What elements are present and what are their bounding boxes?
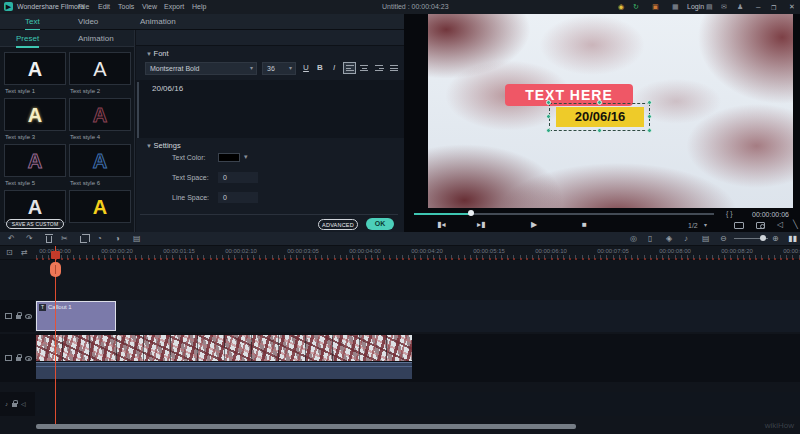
restore-button[interactable]: ❐ bbox=[771, 4, 776, 12]
stop-button[interactable]: ■ bbox=[582, 220, 587, 230]
delete-icon[interactable] bbox=[46, 236, 52, 243]
selection-handle[interactable] bbox=[647, 114, 652, 119]
font-section-header[interactable]: ▼ Font bbox=[146, 49, 169, 58]
tab-animation[interactable]: Animation bbox=[140, 17, 176, 29]
menu-edit[interactable]: Edit bbox=[98, 3, 110, 11]
selection-handle[interactable] bbox=[546, 114, 551, 119]
selection-handle[interactable] bbox=[647, 128, 652, 133]
align-left-button[interactable] bbox=[343, 62, 356, 74]
text-style-6-thumb[interactable]: A bbox=[69, 144, 131, 177]
text-content-input[interactable]: 20/06/16 bbox=[136, 80, 404, 138]
visibility-icon[interactable] bbox=[25, 356, 32, 361]
swap-icon[interactable]: ⇄ bbox=[21, 248, 28, 258]
split-icon[interactable]: ✂ bbox=[61, 234, 68, 244]
tab-video[interactable]: Video bbox=[78, 17, 98, 29]
align-right-button[interactable] bbox=[373, 62, 386, 74]
editor-scrollbar[interactable] bbox=[137, 82, 139, 138]
text-clip[interactable]: T Callout 1 bbox=[36, 301, 116, 331]
text-style-2-thumb[interactable]: A bbox=[69, 52, 131, 85]
text-style-8-thumb[interactable]: A bbox=[69, 190, 131, 223]
next-frame-button[interactable]: ▸▮ bbox=[477, 220, 485, 230]
display-icon[interactable] bbox=[734, 222, 744, 229]
menu-export[interactable]: Export bbox=[164, 3, 184, 11]
fit-timeline-icon[interactable]: ▮▮ bbox=[788, 234, 797, 244]
tab-text[interactable]: Text bbox=[25, 17, 40, 31]
zoom-out-icon[interactable]: ⊖ bbox=[720, 234, 727, 244]
mute-icon[interactable]: ◁ bbox=[777, 220, 783, 230]
chevron-down-icon[interactable]: ▾ bbox=[704, 220, 707, 230]
play-button[interactable]: ▶ bbox=[531, 220, 537, 230]
speaker-icon[interactable]: ◁ bbox=[21, 401, 26, 407]
text-style-5-thumb[interactable]: A bbox=[4, 144, 66, 177]
tab-style-animation[interactable]: Animation bbox=[78, 34, 114, 46]
settings-section-header[interactable]: ▼ Settings bbox=[146, 141, 181, 150]
align-center-button[interactable] bbox=[358, 62, 371, 74]
menu-file[interactable]: File bbox=[78, 3, 89, 11]
timeline-ruler[interactable]: ⊡ ⇄ 00:00:00:0000:00:00:2000:00:01:1500:… bbox=[0, 246, 800, 260]
undo-icon[interactable]: ↶ bbox=[8, 234, 15, 244]
playhead-ruler-marker[interactable] bbox=[51, 251, 60, 259]
quality-select[interactable]: 1/2 bbox=[688, 222, 698, 229]
ringtone-icon[interactable]: ♪ bbox=[684, 234, 688, 244]
selection-handle[interactable] bbox=[647, 100, 652, 105]
selection-handle[interactable] bbox=[597, 128, 602, 133]
video-clip[interactable] bbox=[36, 335, 412, 380]
redo-icon[interactable]: ↷ bbox=[26, 234, 33, 244]
lock-icon[interactable] bbox=[12, 403, 17, 407]
account-icon[interactable]: ♟ bbox=[737, 3, 743, 11]
snapshot-icon[interactable] bbox=[756, 222, 765, 229]
playhead-handle[interactable] bbox=[50, 262, 61, 277]
previous-frame-button[interactable]: ▮◂ bbox=[437, 220, 445, 230]
ok-button[interactable]: OK bbox=[366, 218, 394, 230]
minimize-button[interactable]: – bbox=[756, 3, 760, 11]
line-space-input[interactable]: 0 bbox=[218, 192, 258, 203]
font-family-select[interactable]: Montserrat Bold▾ bbox=[145, 62, 257, 75]
menu-view[interactable]: View bbox=[142, 3, 157, 11]
crop-icon[interactable] bbox=[80, 236, 87, 243]
advanced-button[interactable]: ADVANCED bbox=[318, 219, 358, 230]
timeline-zoom-handle[interactable] bbox=[760, 235, 766, 241]
visibility-icon[interactable] bbox=[25, 314, 32, 319]
detach-icon[interactable]: ╲ bbox=[793, 220, 798, 230]
mark-in-out-icon[interactable]: { } bbox=[726, 210, 733, 217]
manage-tracks-icon[interactable]: ⊡ bbox=[6, 248, 13, 258]
text-style-3-thumb[interactable]: A bbox=[4, 98, 66, 131]
cart-icon[interactable]: ▣ bbox=[652, 3, 659, 11]
text-style-1-thumb[interactable]: A bbox=[4, 52, 66, 85]
mixer-icon[interactable]: ◈ bbox=[666, 234, 672, 244]
color-icon[interactable]: ◑ bbox=[115, 234, 120, 244]
selection-handle[interactable] bbox=[546, 100, 551, 105]
film-icon[interactable]: ▤ bbox=[702, 234, 710, 244]
overlay-date-text[interactable]: 20/06/16 bbox=[556, 107, 644, 127]
promo-icon[interactable]: ◉ bbox=[618, 3, 624, 11]
chevron-down-icon[interactable]: ▾ bbox=[244, 153, 248, 161]
lock-icon[interactable] bbox=[16, 357, 21, 361]
seek-handle[interactable] bbox=[468, 210, 474, 216]
underline-button[interactable]: U bbox=[300, 62, 312, 74]
selection-handle[interactable] bbox=[546, 128, 551, 133]
menu-help[interactable]: Help bbox=[192, 3, 206, 11]
save-as-custom-button[interactable]: SAVE AS CUSTOM bbox=[6, 219, 64, 229]
font-size-select[interactable]: 36▾ bbox=[262, 62, 296, 75]
mail-icon[interactable]: ✉ bbox=[721, 3, 727, 11]
update-icon[interactable]: ↻ bbox=[633, 3, 639, 11]
gift-icon[interactable]: ▦ bbox=[672, 3, 679, 11]
close-button[interactable]: ✕ bbox=[789, 3, 795, 11]
video-canvas[interactable]: TEXT HERE 20/06/16 bbox=[428, 14, 793, 208]
align-justify-button[interactable] bbox=[388, 62, 401, 74]
text-color-swatch[interactable] bbox=[218, 153, 240, 162]
save-icon[interactable]: ▤ bbox=[706, 3, 713, 11]
speed-icon[interactable]: ◔ bbox=[97, 234, 102, 244]
text-space-input[interactable]: 0 bbox=[218, 172, 258, 183]
timeline-scrollbar[interactable] bbox=[36, 424, 576, 429]
bold-button[interactable]: B bbox=[314, 62, 326, 74]
italic-button[interactable]: I bbox=[328, 62, 340, 74]
text-style-4-thumb[interactable]: A bbox=[69, 98, 131, 131]
zoom-in-icon[interactable]: ⊕ bbox=[772, 234, 779, 244]
tab-preset[interactable]: Preset bbox=[16, 34, 39, 48]
phone-icon[interactable]: ▯ bbox=[648, 234, 652, 244]
login-button[interactable]: Login bbox=[687, 3, 704, 11]
render-icon[interactable]: ▤ bbox=[133, 234, 141, 244]
lock-icon[interactable] bbox=[16, 315, 21, 319]
record-icon[interactable]: ◎ bbox=[630, 234, 637, 244]
